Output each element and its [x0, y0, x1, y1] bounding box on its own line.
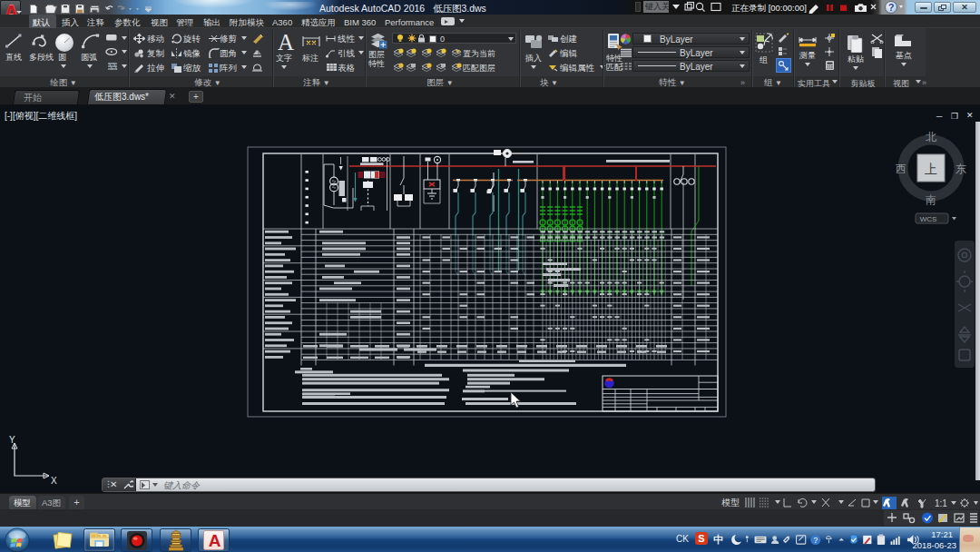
- svg-text:正在录制 [00:00:00]: 正在录制 [00:00:00]: [731, 3, 807, 13]
- svg-text:Y: Y: [9, 436, 15, 445]
- svg-text:东: 东: [956, 163, 966, 175]
- svg-text:上: 上: [925, 162, 937, 176]
- svg-text:X: X: [51, 476, 57, 486]
- svg-text:?: ?: [813, 537, 818, 545]
- svg-text:1:1: 1:1: [935, 498, 947, 508]
- svg-text:北: 北: [926, 131, 936, 143]
- svg-text:WCS: WCS: [920, 215, 937, 223]
- svg-text:南: 南: [926, 193, 936, 206]
- svg-text:西: 西: [896, 163, 906, 175]
